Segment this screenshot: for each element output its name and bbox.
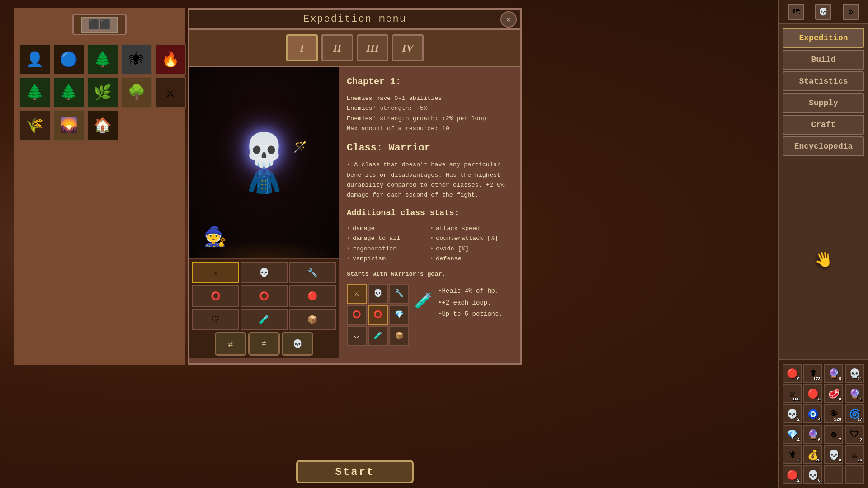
window-title-bar: Expedition menu ✕: [189, 10, 520, 30]
tile[interactable]: 👤: [19, 44, 51, 75]
weapon-slot[interactable]: ⚔: [192, 262, 239, 283]
amulet-slot[interactable]: 🔴: [289, 285, 336, 307]
tile[interactable]: 🔵: [53, 44, 85, 75]
misc-slot3[interactable]: 📦: [289, 309, 336, 330]
inv-slot-18[interactable]: 💀 8: [824, 445, 843, 464]
item-slot-potion[interactable]: 🧪: [368, 326, 388, 346]
tile[interactable]: 🕷: [121, 44, 152, 75]
inv-slot-20[interactable]: 🔴 2: [783, 465, 802, 484]
inv-slot-10[interactable]: 👁 128: [824, 404, 843, 423]
sidebar-statistics-button[interactable]: Statistics: [783, 71, 864, 91]
skull-icon-button[interactable]: 💀: [815, 4, 831, 20]
level-selector: ⬛⬛: [14, 8, 185, 41]
sidebar-navigation: Expedition Build Statistics Supply Craft…: [779, 24, 868, 160]
sidebar-supply-button[interactable]: Supply: [783, 93, 864, 113]
item-slot-ring2[interactable]: ⭕: [368, 305, 388, 325]
character-area: 💀 🧥 🪄 🧙 ⚔ 💀 🔧: [189, 67, 339, 358]
inv-slot-5[interactable]: 🔴 3: [803, 384, 822, 403]
inv-slot-11[interactable]: 🌀 17: [845, 404, 864, 423]
inv-slot-0[interactable]: 🔴 9: [783, 364, 802, 383]
tile[interactable]: 🌲: [19, 77, 51, 108]
item-slot-gem[interactable]: 💎: [389, 305, 409, 325]
misc-slot1[interactable]: 🛡: [192, 309, 239, 330]
inv-slot-16[interactable]: 🗡 7: [783, 445, 802, 464]
start-section: Start: [188, 460, 522, 483]
tile-empty: [121, 110, 152, 141]
unequip-button[interactable]: ≠: [248, 332, 280, 356]
inv-slot-12[interactable]: 💎 4: [783, 425, 802, 444]
stat-damage: •damage: [347, 224, 429, 234]
tile[interactable]: 🌲: [87, 44, 118, 75]
right-sidebar: 🗺 💀 ⚙ Expedition Build Statistics Supply…: [778, 0, 868, 488]
tile[interactable]: ⚔: [155, 77, 186, 108]
item-slot-skull[interactable]: 💀: [368, 284, 388, 304]
inv-slot-17[interactable]: 💰 20: [803, 445, 822, 464]
inv-slot-9[interactable]: 🧿 4: [803, 404, 822, 423]
equipment-slots-row3: 🛡 🧪 📦: [192, 309, 336, 330]
stat-regen: •regeneration: [347, 244, 429, 254]
chapter-tab-4[interactable]: IV: [392, 34, 424, 61]
inv-slot-21[interactable]: 💀 6: [803, 465, 822, 484]
window-title: Expedition menu: [303, 14, 406, 25]
additional-stats-title: Additional class stats:: [347, 206, 512, 220]
item-slot-ring[interactable]: ⭕: [347, 305, 367, 325]
inv-slot-empty1[interactable]: [824, 465, 843, 484]
armor-slot[interactable]: 🔧: [289, 262, 336, 283]
sidebar-encyclopedia-button[interactable]: Encyclopedia: [783, 136, 864, 156]
settings-icon-button[interactable]: ⚙: [843, 4, 859, 20]
cursor-pointer-icon: 🖐: [812, 249, 835, 271]
sidebar-inventory: 🔴 9 🗡 173 🔮 5 💀 11 ⚔ 108 🔴 3: [779, 359, 868, 488]
shield-slot[interactable]: 💀: [241, 262, 288, 283]
level-button[interactable]: ⬛⬛: [72, 14, 127, 35]
ring-slot[interactable]: ⭕: [192, 285, 239, 307]
stats-grid: •damage •damage to all •regeneration •va…: [347, 224, 512, 264]
chapter-stats: Enemies have 0-1 abilities Enemies' stre…: [347, 94, 512, 134]
misc-slot2[interactable]: 🧪: [241, 309, 288, 330]
ring2-slot[interactable]: ⭕: [241, 285, 288, 307]
inv-slot-7[interactable]: 🔮 1: [845, 384, 864, 403]
item-slot-sword[interactable]: ⚔: [347, 284, 367, 304]
inv-slot-4[interactable]: ⚔ 108: [783, 384, 802, 403]
sidebar-build-button[interactable]: Build: [783, 50, 864, 70]
tile[interactable]: 🏠: [87, 110, 118, 141]
sidebar-expedition-button[interactable]: Expedition: [783, 28, 864, 48]
boss-skull: 💀: [244, 136, 284, 169]
start-button[interactable]: Start: [296, 460, 414, 483]
char-and-stats: 💀 🧥 🪄 🧙 ⚔ 💀 🔧: [189, 67, 520, 358]
item-slot-shield[interactable]: 🛡: [347, 326, 367, 346]
stat-defense: •defense: [430, 254, 512, 264]
close-button[interactable]: ✕: [500, 11, 517, 28]
inv-slot-8[interactable]: 💀 2: [783, 404, 802, 423]
chapter-tab-1[interactable]: I: [286, 34, 318, 61]
small-item-slots: ⚔ 💀 🔧 ⭕ ⭕ 💎 🛡 🧪 📦: [347, 284, 409, 346]
tile[interactable]: 🌾: [19, 110, 51, 141]
chapter-tab-3[interactable]: III: [357, 34, 388, 61]
tile[interactable]: 🌿: [87, 77, 118, 108]
tile[interactable]: 🌳: [121, 77, 152, 108]
inv-slot-1[interactable]: 🗡 173: [803, 364, 822, 383]
inv-slot-15[interactable]: 🛡 2: [845, 425, 864, 444]
skull-button[interactable]: 💀: [282, 332, 313, 356]
stats-left: •damage •damage to all •regeneration •va…: [347, 224, 429, 264]
class-title: Class: Warrior: [347, 140, 512, 156]
item-slot-tool[interactable]: 🔧: [389, 284, 409, 304]
stat-evade: •evade [%]: [430, 244, 512, 254]
swap-button[interactable]: ⇄: [215, 332, 246, 356]
inv-slot-3[interactable]: 💀 11: [845, 364, 864, 383]
potion-section: ⚔ 💀 🔧 ⭕ ⭕ 💎 🛡 🧪 📦 🧪 •Heals 4% of hp.: [347, 284, 512, 346]
inv-slot-empty2[interactable]: [845, 465, 864, 484]
inv-slot-13[interactable]: 🔮 6: [803, 425, 822, 444]
inv-slot-6[interactable]: 🥩 8: [824, 384, 843, 403]
inv-slot-19[interactable]: ⚔ 26: [845, 445, 864, 464]
tile[interactable]: 🌄: [53, 110, 85, 141]
tile[interactable]: 🌲: [53, 77, 85, 108]
sidebar-craft-button[interactable]: Craft: [783, 115, 864, 135]
inv-slot-14[interactable]: ⚙ 7: [824, 425, 843, 444]
stats-right: •attack speed •counterattack [%] •evade …: [430, 224, 512, 264]
map-icon-button[interactable]: 🗺: [788, 4, 804, 20]
item-slot-box[interactable]: 📦: [389, 326, 409, 346]
tile[interactable]: 🔥: [155, 44, 186, 75]
inv-slot-2[interactable]: 🔮 5: [824, 364, 843, 383]
chapter-tab-2[interactable]: II: [321, 34, 353, 61]
potion-icon: 🧪: [415, 290, 433, 314]
